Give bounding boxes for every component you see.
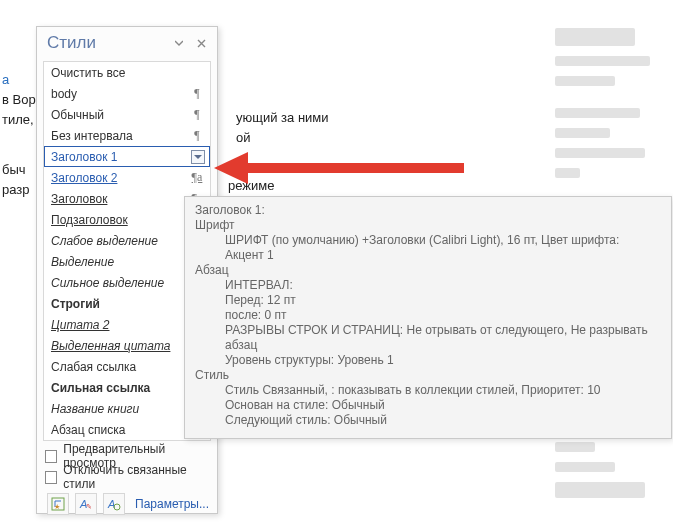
panel-close-icon[interactable]: [193, 35, 209, 51]
style-item[interactable]: Без интервала¶: [44, 125, 210, 146]
style-item[interactable]: Обычный¶: [44, 104, 210, 125]
tooltip-line: Перед: 12 пт: [195, 293, 661, 308]
tooltip-line: Стиль Связанный, : показывать в коллекци…: [195, 383, 661, 398]
style-item-mark: ¶a: [189, 170, 205, 185]
panel-dropdown-icon[interactable]: [171, 35, 187, 51]
style-item-name: Выделение: [51, 255, 189, 269]
style-item-name: Выделенная цитата: [51, 339, 189, 353]
new-style-button[interactable]: ★: [47, 493, 69, 515]
style-item-name: Слабая ссылка: [51, 360, 189, 374]
style-item-name: Строгий: [51, 297, 189, 311]
style-item[interactable]: Заголовок 2¶a: [44, 167, 210, 188]
tooltip-line: Следующий стиль: Обычный: [195, 413, 661, 428]
style-item-name: Очистить все: [51, 66, 189, 80]
tooltip-line: Абзац: [195, 263, 661, 278]
tooltip-line: Заголовок 1:: [195, 203, 661, 218]
style-item[interactable]: Очистить все: [44, 62, 210, 83]
style-item-name: Сильная ссылка: [51, 381, 189, 395]
tooltip-line: ИНТЕРВАЛ:: [195, 278, 661, 293]
background-blur-right: [555, 28, 665, 188]
tooltip-line: ШРИФТ (по умолчанию) +Заголовки (Calibri…: [195, 233, 661, 263]
style-item-name: Заголовок 2: [51, 171, 189, 185]
styles-panel-title: Стили: [47, 33, 165, 53]
styles-panel-header: Стили: [37, 27, 217, 57]
background-blur-bottom: [555, 442, 665, 508]
style-item-dropdown-icon[interactable]: [191, 150, 205, 164]
style-item-name: Сильное выделение: [51, 276, 189, 290]
svg-text:★: ★: [54, 503, 60, 510]
style-item-name: Без интервала: [51, 129, 189, 143]
background-document-left: а в Вор тиле, быч разр: [0, 70, 40, 200]
preview-checkbox[interactable]: [45, 450, 57, 463]
style-item-mark: ¶: [189, 128, 205, 143]
style-item-mark: ¶: [189, 107, 205, 122]
tooltip-line: Основан на стиле: Обычный: [195, 398, 661, 413]
style-item-name: Обычный: [51, 108, 189, 122]
tooltip-line: Стиль: [195, 368, 661, 383]
style-item-name: Заголовок: [51, 192, 189, 206]
tooltip-line: Уровень структуры: Уровень 1: [195, 353, 661, 368]
tooltip-line: после: 0 пт: [195, 308, 661, 323]
tooltip-line: Шрифт: [195, 218, 661, 233]
style-item-name: Цитата 2: [51, 318, 189, 332]
style-item-name: Название книги: [51, 402, 189, 416]
style-item-name: Абзац списка: [51, 423, 189, 437]
styles-panel-footer: Предварительный просмотр Отключить связа…: [37, 443, 217, 521]
svg-text:✎: ✎: [86, 503, 92, 510]
tooltip-line: РАЗРЫВЫ СТРОК И СТРАНИЦ: Не отрывать от …: [195, 323, 661, 353]
style-item-name: Слабое выделение: [51, 234, 189, 248]
style-item-name: body: [51, 87, 189, 101]
style-item-name: Заголовок 1: [51, 150, 189, 164]
manage-styles-button[interactable]: A: [103, 493, 125, 515]
style-item-name: Подзаголовок: [51, 213, 189, 227]
style-item-mark: ¶: [189, 86, 205, 101]
style-details-tooltip: Заголовок 1:ШрифтШРИФТ (по умолчанию) +З…: [184, 196, 672, 439]
style-item[interactable]: body¶: [44, 83, 210, 104]
options-link[interactable]: Параметры...: [131, 497, 209, 511]
disable-linked-checkbox[interactable]: [45, 471, 57, 484]
style-item[interactable]: Заголовок 1: [44, 146, 210, 167]
disable-linked-checkbox-label: Отключить связанные стили: [63, 463, 211, 491]
style-inspector-button[interactable]: A✎: [75, 493, 97, 515]
